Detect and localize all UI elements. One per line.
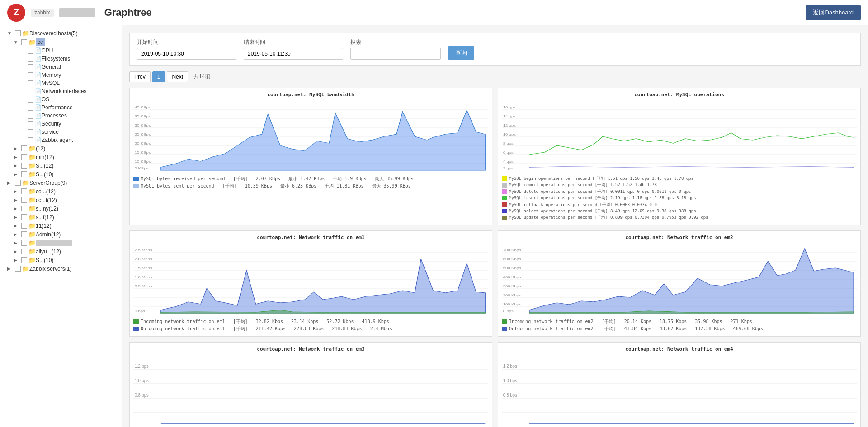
sidebar-item-sg2[interactable]: ▶ 📁 cc...t(12) bbox=[0, 196, 122, 204]
sidebar-item-server-group[interactable]: ▶ 📁 ServerGroup(9) bbox=[0, 178, 122, 187]
chart-area: 1.2 bps 1.0 bps 0.8 bps bbox=[133, 355, 488, 427]
sidebar-item-general[interactable]: 📄 General bbox=[0, 63, 122, 71]
svg-text:16 qps: 16 qps bbox=[503, 105, 516, 109]
checkbox-sg7[interactable] bbox=[21, 240, 27, 246]
search-input[interactable] bbox=[350, 48, 441, 60]
end-time-label: 结束时间 bbox=[244, 38, 343, 46]
zabbix-agent-label: Zabbix agent bbox=[42, 137, 73, 143]
subtitle: zabbix bbox=[31, 9, 54, 17]
checkbox-performance[interactable] bbox=[28, 105, 33, 111]
checkbox-node3[interactable] bbox=[21, 154, 27, 160]
checkbox-network-interfaces[interactable] bbox=[28, 89, 33, 94]
sidebar-item-node5[interactable]: ▶ 📁 S...(10) bbox=[0, 170, 122, 178]
sidebar-item-sg7[interactable]: ▶ 📁 bbox=[0, 239, 122, 247]
sidebar-item-sg8[interactable]: ▶ 📁 aliyu...(12) bbox=[0, 247, 122, 256]
sidebar-item-network-interfaces[interactable]: 📄 Network interfaces bbox=[0, 87, 122, 95]
sidebar-item-sg6[interactable]: ▶ 📁 Admin(12) bbox=[0, 230, 122, 239]
toggle-icon bbox=[20, 73, 26, 78]
start-time-input[interactable] bbox=[137, 48, 236, 60]
sidebar-item-zabbix-servers[interactable]: ▶ 📁 Zabbix servers(1) bbox=[0, 264, 122, 273]
page-1-button[interactable]: 1 bbox=[152, 71, 165, 82]
checkbox-node4[interactable] bbox=[21, 163, 27, 169]
checkbox-filesystems[interactable] bbox=[28, 56, 33, 62]
chart-svg: 2.5 Mbps 2.0 Mbps 1.5 Mbps 1.0 Mbps 0.5 … bbox=[133, 243, 488, 315]
brand: zabbix Graphtree bbox=[31, 7, 806, 19]
checkbox-security[interactable] bbox=[28, 121, 33, 127]
legend-row: Incoming network traffic on em2 [千均] 20.… bbox=[502, 318, 857, 325]
sidebar-item-performance[interactable]: 📄 Performance bbox=[0, 103, 122, 112]
sidebar-item-node4[interactable]: ▶ 📁 S...(12) bbox=[0, 161, 122, 170]
checkbox-sg1[interactable] bbox=[21, 188, 27, 194]
cc-label: cc bbox=[36, 38, 45, 46]
sidebar-item-zabbix-agent[interactable]: 📄 Zabbix agent bbox=[0, 136, 122, 144]
legend-label: MySQL rollback operations per second [千均… bbox=[509, 202, 657, 208]
sidebar-item-sg5[interactable]: ▶ 📁 11(12) bbox=[0, 221, 122, 230]
checkbox-cc[interactable] bbox=[21, 39, 27, 45]
sidebar-item-cc[interactable]: ▼ 📁 cc bbox=[0, 38, 122, 47]
general-label: General bbox=[42, 64, 61, 70]
sg8-label: aliyu...(12) bbox=[36, 249, 61, 255]
sidebar-item-sg3[interactable]: ▶ 📁 s...ny(12) bbox=[0, 204, 122, 213]
checkbox-sg3[interactable] bbox=[21, 206, 27, 211]
end-time-input[interactable] bbox=[244, 48, 343, 60]
chart-area: 2.5 Mbps 2.0 Mbps 1.5 Mbps 1.0 Mbps 0.5 … bbox=[133, 243, 488, 315]
checkbox-processes[interactable] bbox=[28, 113, 33, 119]
chart-mysql-bandwidth: courtoap.net: MySQL bandwidth 40 KBps 3 bbox=[129, 88, 492, 225]
back-to-dashboard-button[interactable]: 返回Dashboard bbox=[806, 5, 861, 20]
checkbox-mysql[interactable] bbox=[28, 80, 33, 86]
network-interfaces-label: Network interfaces bbox=[42, 88, 86, 94]
checkbox-node5[interactable] bbox=[21, 171, 27, 177]
checkbox-discovered-hosts[interactable] bbox=[15, 30, 21, 36]
sidebar-item-discovered-hosts[interactable]: ▼ 📁 Discovered hosts(5) bbox=[0, 29, 122, 38]
checkbox-server-group[interactable] bbox=[15, 180, 21, 186]
checkbox-node2[interactable] bbox=[21, 145, 27, 151]
svg-text:1.2 bps: 1.2 bps bbox=[503, 363, 517, 369]
doc-icon: 📄 bbox=[35, 56, 42, 62]
sidebar-item-processes[interactable]: 📄 Processes bbox=[0, 112, 122, 120]
sidebar-item-node2[interactable]: ▶ 📁 (12) bbox=[0, 144, 122, 153]
checkbox-general[interactable] bbox=[28, 64, 33, 70]
checkbox-sg4[interactable] bbox=[21, 214, 27, 220]
checkbox-zabbix-servers[interactable] bbox=[15, 266, 21, 272]
sidebar-item-os[interactable]: 📄 OS bbox=[0, 95, 122, 103]
legend-row: MySQL delete operations per second [千均] … bbox=[502, 188, 857, 195]
sidebar-item-sg4[interactable]: ▶ 📁 s...f(12) bbox=[0, 213, 122, 221]
sidebar-item-filesystems[interactable]: 📄 Filesystems bbox=[0, 55, 122, 63]
svg-marker-61 bbox=[529, 249, 854, 313]
sidebar-item-node3[interactable]: ▶ 📁 min(12) bbox=[0, 153, 122, 161]
checkbox-service[interactable] bbox=[28, 129, 33, 135]
sidebar-item-cpu[interactable]: 📄 CPU bbox=[0, 47, 122, 55]
svg-text:40 KBps: 40 KBps bbox=[135, 105, 151, 109]
doc-icon: 📄 bbox=[35, 96, 42, 103]
checkbox-sg9[interactable] bbox=[21, 257, 27, 263]
checkbox-zabbix-agent[interactable] bbox=[28, 137, 33, 143]
sidebar-item-memory[interactable]: 📄 Memory bbox=[0, 71, 122, 79]
chart-title: courtoap.net: Network traffic on em2 bbox=[502, 235, 857, 240]
checkbox-sg2[interactable] bbox=[21, 197, 27, 203]
prev-page-button[interactable]: Prev bbox=[129, 71, 151, 82]
sidebar-item-mysql[interactable]: 📄 MySQL bbox=[0, 79, 122, 87]
legend-color bbox=[502, 202, 507, 207]
legend-row: MySQL update operations per second [千均] … bbox=[502, 214, 857, 221]
checkbox-os[interactable] bbox=[28, 97, 33, 103]
sidebar-item-sg1[interactable]: ▶ 📁 co...(12) bbox=[0, 187, 122, 196]
query-button[interactable]: 查询 bbox=[448, 46, 474, 60]
checkbox-sg5[interactable] bbox=[21, 223, 27, 229]
folder-icon: 📁 bbox=[28, 248, 36, 255]
toggle-icon bbox=[20, 138, 26, 143]
sidebar-item-service[interactable]: 📄 service bbox=[0, 128, 122, 136]
checkbox-sg8[interactable] bbox=[21, 249, 27, 254]
legend-color bbox=[502, 176, 507, 181]
checkbox-cpu[interactable] bbox=[28, 48, 33, 54]
svg-text:2.0 Mbps: 2.0 Mbps bbox=[135, 257, 152, 261]
chart-legend: Incoming network traffic on em1 [千均] 32.… bbox=[133, 318, 488, 333]
service-label: service bbox=[42, 129, 59, 135]
chart-area: 40 KBps 35 KBps 30 KBps 25 KBps 20 KBps … bbox=[133, 100, 488, 173]
svg-marker-15 bbox=[161, 110, 485, 170]
sidebar-item-security[interactable]: 📄 Security bbox=[0, 120, 122, 128]
checkbox-sg6[interactable] bbox=[21, 231, 27, 237]
next-page-button[interactable]: Next bbox=[167, 71, 188, 82]
checkbox-memory[interactable] bbox=[28, 72, 33, 78]
sidebar-item-sg9[interactable]: ▶ 📁 S...(10) bbox=[0, 256, 122, 264]
filter-bar: 开始时间 结束时间 搜索 查询 bbox=[129, 33, 861, 66]
